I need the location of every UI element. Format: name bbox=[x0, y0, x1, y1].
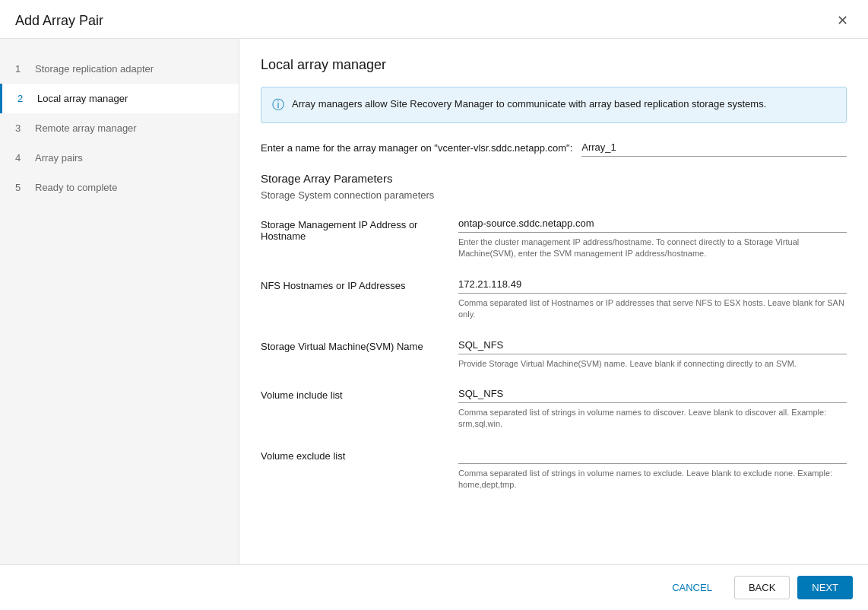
field-label-nfs-hostnames: NFS Hostnames or IP Addresses bbox=[261, 275, 458, 291]
sidebar: 1 Storage replication adapter 2 Local ar… bbox=[0, 39, 239, 564]
field-storage-mgmt-ip: Storage Management IP Address or Hostnam… bbox=[261, 214, 847, 260]
step-num-4: 4 bbox=[15, 152, 27, 164]
sidebar-item-storage-replication-adapter[interactable]: 1 Storage replication adapter bbox=[0, 54, 239, 84]
step-num-5: 5 bbox=[15, 182, 27, 193]
info-text: Array managers allow Site Recovery Manag… bbox=[292, 97, 766, 112]
field-label-volume-include: Volume include list bbox=[261, 385, 458, 401]
sidebar-label-3: Remote array manager bbox=[35, 122, 137, 134]
next-button[interactable]: NEXT bbox=[797, 576, 853, 599]
step-num-1: 1 bbox=[15, 63, 27, 75]
add-array-pair-dialog: Add Array Pair ✕ 1 Storage replication a… bbox=[0, 0, 868, 610]
back-button[interactable]: BACK bbox=[734, 576, 790, 599]
dialog-title: Add Array Pair bbox=[15, 13, 103, 29]
array-name-input[interactable] bbox=[581, 138, 847, 157]
field-volume-exclude: Volume exclude list Comma separated list… bbox=[261, 446, 847, 491]
field-help-volume-exclude: Comma separated list of strings in volum… bbox=[458, 468, 847, 491]
nfs-hostnames-input[interactable] bbox=[458, 275, 847, 294]
info-banner: ⓘ Array managers allow Site Recovery Man… bbox=[261, 87, 847, 123]
content-title: Local array manager bbox=[261, 57, 847, 73]
field-label-volume-exclude: Volume exclude list bbox=[261, 446, 458, 462]
step-num-2: 2 bbox=[17, 93, 30, 104]
field-right-storage-mgmt-ip: Enter the cluster management IP address/… bbox=[458, 214, 847, 260]
name-row: Enter a name for the array manager on "v… bbox=[261, 138, 847, 157]
sidebar-item-local-array-manager[interactable]: 2 Local array manager bbox=[0, 84, 239, 113]
field-label-svm-name: Storage Virtual Machine(SVM) Name bbox=[261, 336, 458, 352]
sidebar-item-array-pairs[interactable]: 4 Array pairs bbox=[0, 143, 239, 173]
field-help-volume-include: Comma separated list of strings in volum… bbox=[458, 407, 847, 430]
field-right-volume-include: Comma separated list of strings in volum… bbox=[458, 385, 847, 430]
sidebar-label-4: Array pairs bbox=[35, 152, 83, 164]
field-nfs-hostnames: NFS Hostnames or IP Addresses Comma sepa… bbox=[261, 275, 847, 321]
sidebar-label-2: Local array manager bbox=[37, 93, 128, 104]
sidebar-item-ready-to-complete[interactable]: 5 Ready to complete bbox=[0, 173, 239, 202]
volume-exclude-input[interactable] bbox=[458, 446, 847, 464]
field-help-svm-name: Provide Storage Virtual Machine(SVM) nam… bbox=[458, 358, 847, 370]
storage-mgmt-ip-input[interactable] bbox=[458, 214, 847, 233]
dialog-footer: CANCEL BACK NEXT bbox=[0, 564, 868, 610]
dialog-header: Add Array Pair ✕ bbox=[0, 0, 868, 39]
section-sub: Storage System connection parameters bbox=[261, 189, 847, 201]
field-help-nfs-hostnames: Comma separated list of Hostnames or IP … bbox=[458, 297, 847, 321]
volume-include-input[interactable] bbox=[458, 385, 847, 403]
svm-name-input[interactable] bbox=[458, 336, 847, 354]
dialog-body: 1 Storage replication adapter 2 Local ar… bbox=[0, 39, 868, 564]
field-help-storage-mgmt-ip: Enter the cluster management IP address/… bbox=[458, 237, 847, 260]
name-label: Enter a name for the array manager on "v… bbox=[261, 142, 572, 154]
sidebar-label-1: Storage replication adapter bbox=[35, 63, 154, 75]
field-svm-name: Storage Virtual Machine(SVM) Name Provid… bbox=[261, 336, 847, 370]
field-right-volume-exclude: Comma separated list of strings in volum… bbox=[458, 446, 847, 491]
field-volume-include: Volume include list Comma separated list… bbox=[261, 385, 847, 430]
sidebar-label-5: Ready to complete bbox=[35, 182, 117, 193]
cancel-button[interactable]: CANCEL bbox=[657, 576, 727, 599]
field-right-nfs-hostnames: Comma separated list of Hostnames or IP … bbox=[458, 275, 847, 321]
info-icon: ⓘ bbox=[272, 97, 284, 113]
field-label-storage-mgmt-ip: Storage Management IP Address or Hostnam… bbox=[261, 214, 458, 242]
section-heading: Storage Array Parameters bbox=[261, 172, 847, 185]
step-num-3: 3 bbox=[15, 122, 27, 134]
close-button[interactable]: ✕ bbox=[832, 12, 853, 29]
sidebar-item-remote-array-manager[interactable]: 3 Remote array manager bbox=[0, 113, 239, 143]
field-right-svm-name: Provide Storage Virtual Machine(SVM) nam… bbox=[458, 336, 847, 370]
main-content: Local array manager ⓘ Array managers all… bbox=[239, 39, 868, 564]
